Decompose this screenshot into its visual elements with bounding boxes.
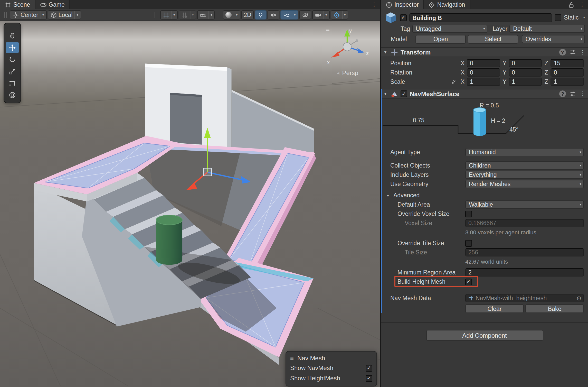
presets-icon[interactable] xyxy=(570,90,576,97)
tab-inspector[interactable]: Inspector xyxy=(381,0,424,9)
chevron-down-icon: ▾ xyxy=(75,11,79,19)
camera-icon xyxy=(315,12,321,18)
include-layers-dropdown[interactable]: Everything▾ xyxy=(465,171,584,179)
hamburger-icon[interactable]: ≡ xyxy=(290,354,294,362)
rotate-tool-button[interactable] xyxy=(6,54,19,65)
uniform-scale-link-icon[interactable] xyxy=(451,79,456,85)
presets-icon[interactable] xyxy=(570,49,576,56)
collect-objects-dropdown[interactable]: Children▾ xyxy=(465,161,584,170)
navmesh-display-panel: ≡ Nav Mesh Show NavMesh ✓ Show HeightMes… xyxy=(286,351,377,386)
transform-header[interactable]: ▼ Transform ? ⋮ xyxy=(381,47,588,57)
static-checkbox[interactable] xyxy=(555,14,561,21)
default-area-dropdown[interactable]: Walkable▾ xyxy=(465,200,584,209)
active-checkbox[interactable]: ✓ xyxy=(400,14,407,21)
scene-audio-button[interactable] xyxy=(268,10,280,20)
help-icon[interactable]: ? xyxy=(559,49,566,56)
override-tile-size-checkbox[interactable] xyxy=(465,240,472,246)
bake-button[interactable]: Bake xyxy=(525,304,584,313)
info-icon xyxy=(386,1,392,8)
layer-dropdown[interactable]: Default ▾ xyxy=(509,25,585,33)
tab-game[interactable]: Game xyxy=(35,0,70,9)
scene-panel: Scene Game ⋮ Center ▾ Local ▾ xyxy=(0,0,381,387)
2d-mode-button[interactable]: 2D xyxy=(241,10,254,20)
scene-tab-menu-icon[interactable]: ⋮ xyxy=(368,0,380,9)
snap-increment-button[interactable]: ▾ xyxy=(197,10,215,20)
component-enabled-checkbox[interactable]: ✓ xyxy=(401,90,407,97)
model-open-button[interactable]: Open xyxy=(415,35,466,43)
grid-visibility-button[interactable]: ▾ xyxy=(160,10,178,20)
toolbar-drag-handle[interactable] xyxy=(4,12,7,18)
gizmos-dropdown[interactable]: ▾ xyxy=(331,10,348,20)
navmeshsurface-header[interactable]: ▼ ✓ NavMeshSurface ? ⋮ xyxy=(381,89,588,99)
clear-button[interactable]: Clear xyxy=(465,304,524,313)
clear-label: Clear xyxy=(488,306,502,312)
scale-tool-button[interactable] xyxy=(6,66,19,77)
inspector-lock-icon[interactable] xyxy=(566,0,576,9)
add-component-button[interactable]: Add Component xyxy=(426,330,543,341)
use-geometry-dropdown[interactable]: Render Meshes▾ xyxy=(465,180,584,188)
gameobject-name-field[interactable]: Building B xyxy=(409,13,552,22)
scale-y-field[interactable]: 1 xyxy=(509,78,542,86)
rect-tool-button[interactable] xyxy=(6,78,19,88)
tab-scene[interactable]: Scene xyxy=(0,0,35,9)
hand-icon xyxy=(9,32,16,39)
view-tool-button[interactable] xyxy=(6,30,19,41)
foldout-icon[interactable]: ▼ xyxy=(384,50,388,54)
help-icon[interactable]: ? xyxy=(559,90,566,97)
move-tool-button[interactable] xyxy=(6,42,19,53)
pivot-mode-dropdown[interactable]: Center ▾ xyxy=(10,10,47,20)
position-x-field[interactable]: 0 xyxy=(467,59,500,67)
override-voxel-size-checkbox[interactable] xyxy=(465,210,472,217)
rotation-x-field[interactable]: 0 xyxy=(467,68,500,77)
scene-camera-dropdown[interactable]: ▾ xyxy=(312,10,330,20)
handle-orientation-dropdown[interactable]: Local ▾ xyxy=(48,10,81,20)
advanced-foldout[interactable]: ▼ Advanced xyxy=(386,191,584,199)
min-region-area-field[interactable]: 2 xyxy=(465,268,584,277)
agent-type-label: Agent Type xyxy=(381,149,462,155)
static-flags-dropdown-icon[interactable]: ▾ xyxy=(583,15,585,20)
orientation-gizmo[interactable]: y x z ◄ Persp xyxy=(324,26,371,77)
open-label: Open xyxy=(433,36,448,42)
tile-size-field[interactable]: 256 xyxy=(465,248,584,256)
tag-dropdown[interactable]: Untagged ▾ xyxy=(412,25,488,33)
rotation-y-field[interactable]: 0 xyxy=(509,68,542,77)
voxel-size-label: Voxel Size xyxy=(381,220,462,226)
component-menu-icon[interactable]: ⋮ xyxy=(580,49,585,56)
rotation-z-field[interactable]: 0 xyxy=(551,68,584,77)
navmeshsurface-component: ▼ ✓ NavMeshSurface ? ⋮ xyxy=(381,89,588,313)
position-z-field[interactable]: 15 xyxy=(551,59,584,67)
nav-mesh-data-object-field[interactable]: NavMesh-with_heightmesh ⊙ xyxy=(465,294,584,302)
object-picker-icon[interactable]: ⊙ xyxy=(577,295,581,301)
toolbar-drag-handle[interactable] xyxy=(154,12,157,18)
projection-toggle[interactable]: ◄ Persp xyxy=(324,69,371,77)
show-heightmesh-checkbox[interactable]: ✓ xyxy=(366,375,372,382)
voxel-size-field[interactable]: 0.1666667 xyxy=(465,219,584,227)
build-height-mesh-checkbox[interactable]: ✓ xyxy=(465,278,472,285)
overlay-drag-handle[interactable] xyxy=(4,24,21,29)
component-menu-icon[interactable]: ⋮ xyxy=(580,90,585,97)
scene-lighting-button[interactable] xyxy=(255,10,267,20)
scene-visibility-button[interactable] xyxy=(299,10,311,20)
show-navmesh-checkbox[interactable]: ✓ xyxy=(366,365,372,371)
scale-z-field[interactable]: 1 xyxy=(551,78,584,86)
inspector-body: ✓ Building B Static ▾ Tag Untagged ▾ Lay… xyxy=(381,9,588,387)
navigation-icon xyxy=(429,1,435,8)
scene-viewport[interactable]: ≡ y x z ◄ Persp xyxy=(0,21,380,387)
foldout-icon[interactable]: ▼ xyxy=(384,92,388,96)
scale-x-field[interactable]: 1 xyxy=(467,78,500,86)
scene-effects-dropdown[interactable]: ▾ xyxy=(281,10,298,20)
handle-orientation-label: Local xyxy=(59,12,73,18)
transform-tool-button[interactable] xyxy=(6,89,19,100)
inspector-menu-icon[interactable]: ⋮ xyxy=(576,0,588,9)
shading-mode-dropdown[interactable]: ▾ xyxy=(223,10,240,20)
grid-snap-button[interactable]: ▾ xyxy=(179,10,196,20)
scene-3d-render[interactable] xyxy=(0,21,380,386)
axis-gizmo-icon[interactable]: y x z xyxy=(324,26,371,68)
position-y-field[interactable]: 0 xyxy=(509,59,542,67)
model-select-button[interactable]: Select xyxy=(468,35,518,43)
tab-navigation[interactable]: Navigation xyxy=(424,0,470,9)
override-voxel-size-label: Override Voxel Size xyxy=(381,211,462,217)
overrides-dropdown[interactable]: Overrides ▾ xyxy=(522,35,585,43)
agent-type-dropdown[interactable]: Humanoid▾ xyxy=(465,148,584,156)
check-icon: ✓ xyxy=(367,365,371,371)
